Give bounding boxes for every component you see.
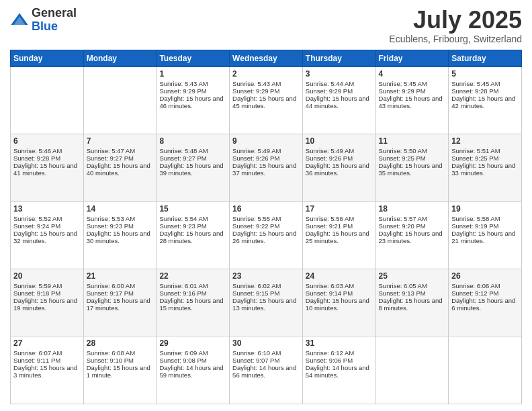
- daylight-text: Daylight: 15 hours and 41 minutes.: [13, 162, 81, 177]
- location: Ecublens, Fribourg, Switzerland: [389, 34, 522, 44]
- day-number: 18: [379, 204, 446, 214]
- sunset-text: Sunset: 9:26 PM: [306, 154, 373, 162]
- sunset-text: Sunset: 9:27 PM: [159, 154, 226, 162]
- logo-text: General Blue: [32, 7, 77, 34]
- calendar-cell: [11, 66, 84, 134]
- daylight-text: Daylight: 15 hours and 21 minutes.: [451, 230, 519, 244]
- sunset-text: Sunset: 9:13 PM: [379, 289, 446, 297]
- logo: General Blue: [10, 7, 77, 34]
- logo-blue: Blue: [32, 19, 58, 33]
- calendar-cell: 14Sunrise: 5:53 AMSunset: 9:23 PMDayligh…: [83, 201, 157, 269]
- sunset-text: Sunset: 9:14 PM: [306, 289, 373, 297]
- sunset-text: Sunset: 9:16 PM: [159, 289, 226, 297]
- sunrise-text: Sunrise: 5:50 AM: [379, 147, 446, 154]
- calendar-cell: 17Sunrise: 5:56 AMSunset: 9:21 PMDayligh…: [302, 201, 375, 269]
- sunset-text: Sunset: 9:07 PM: [232, 357, 300, 364]
- calendar-cell: 7Sunrise: 5:47 AMSunset: 9:27 PMDaylight…: [83, 134, 157, 201]
- calendar: Sunday Monday Tuesday Wednesday Thursday…: [10, 50, 522, 404]
- sunset-text: Sunset: 9:11 PM: [13, 357, 81, 364]
- day-number: 5: [451, 69, 519, 79]
- day-number: 23: [232, 271, 300, 281]
- calendar-cell: 15Sunrise: 5:54 AMSunset: 9:23 PMDayligh…: [157, 201, 230, 269]
- daylight-text: Daylight: 15 hours and 46 minutes.: [159, 95, 226, 109]
- sunset-text: Sunset: 9:29 PM: [232, 87, 300, 95]
- sunset-text: Sunset: 9:12 PM: [451, 289, 519, 297]
- day-number: 24: [306, 271, 373, 281]
- sunrise-text: Sunrise: 6:06 AM: [451, 282, 519, 289]
- sunset-text: Sunset: 9:28 PM: [451, 87, 519, 95]
- header: General Blue July 2025 Ecublens, Fribour…: [10, 7, 522, 44]
- sunset-text: Sunset: 9:21 PM: [306, 222, 373, 230]
- calendar-cell: 25Sunrise: 6:05 AMSunset: 9:13 PMDayligh…: [375, 269, 449, 336]
- day-number: 29: [159, 338, 226, 348]
- sunrise-text: Sunrise: 5:46 AM: [13, 147, 81, 154]
- header-thursday: Thursday: [302, 50, 375, 66]
- sunset-text: Sunset: 9:18 PM: [13, 289, 81, 297]
- sunrise-text: Sunrise: 5:49 AM: [306, 147, 373, 154]
- sunrise-text: Sunrise: 5:56 AM: [306, 215, 373, 222]
- calendar-cell: 22Sunrise: 6:01 AMSunset: 9:16 PMDayligh…: [157, 269, 230, 336]
- calendar-cell: [449, 336, 522, 404]
- day-number: 3: [306, 69, 373, 79]
- calendar-cell: 4Sunrise: 5:45 AMSunset: 9:29 PMDaylight…: [375, 66, 449, 134]
- calendar-cell: 6Sunrise: 5:46 AMSunset: 9:28 PMDaylight…: [11, 134, 84, 201]
- header-monday: Monday: [83, 50, 157, 66]
- sunrise-text: Sunrise: 6:10 AM: [232, 349, 300, 357]
- calendar-cell: 3Sunrise: 5:44 AMSunset: 9:29 PMDaylight…: [302, 66, 375, 134]
- day-number: 17: [306, 204, 373, 214]
- day-number: 2: [232, 69, 300, 79]
- calendar-cell: 10Sunrise: 5:49 AMSunset: 9:26 PMDayligh…: [302, 134, 375, 201]
- sunrise-text: Sunrise: 5:49 AM: [232, 147, 300, 154]
- daylight-text: Daylight: 15 hours and 43 minutes.: [379, 95, 446, 109]
- daylight-text: Daylight: 14 hours and 56 minutes.: [232, 364, 300, 379]
- daylight-text: Daylight: 15 hours and 26 minutes.: [232, 230, 300, 244]
- sunset-text: Sunset: 9:29 PM: [379, 87, 446, 95]
- daylight-text: Daylight: 15 hours and 17 minutes.: [87, 297, 154, 312]
- day-number: 8: [159, 136, 226, 146]
- sunrise-text: Sunrise: 5:43 AM: [232, 80, 300, 87]
- sunrise-text: Sunrise: 5:47 AM: [87, 147, 154, 154]
- sunset-text: Sunset: 9:26 PM: [232, 154, 300, 162]
- day-number: 26: [451, 271, 519, 281]
- calendar-week-2: 6Sunrise: 5:46 AMSunset: 9:28 PMDaylight…: [11, 134, 522, 201]
- calendar-cell: 30Sunrise: 6:10 AMSunset: 9:07 PMDayligh…: [230, 336, 303, 404]
- sunset-text: Sunset: 9:10 PM: [87, 357, 154, 364]
- daylight-text: Daylight: 15 hours and 19 minutes.: [13, 297, 81, 312]
- sunrise-text: Sunrise: 5:54 AM: [159, 215, 226, 222]
- page: General Blue July 2025 Ecublens, Fribour…: [0, 0, 532, 411]
- day-number: 4: [379, 69, 446, 79]
- calendar-cell: 11Sunrise: 5:50 AMSunset: 9:25 PMDayligh…: [375, 134, 449, 201]
- sunset-text: Sunset: 9:27 PM: [87, 154, 154, 162]
- sunset-text: Sunset: 9:25 PM: [451, 154, 519, 162]
- sunrise-text: Sunrise: 5:59 AM: [13, 282, 81, 289]
- calendar-week-3: 13Sunrise: 5:52 AMSunset: 9:24 PMDayligh…: [11, 201, 522, 269]
- day-number: 20: [13, 271, 81, 281]
- sunset-text: Sunset: 9:20 PM: [379, 222, 446, 230]
- sunrise-text: Sunrise: 5:44 AM: [306, 80, 373, 87]
- daylight-text: Daylight: 15 hours and 32 minutes.: [13, 230, 81, 244]
- day-number: 16: [232, 204, 300, 214]
- calendar-cell: 13Sunrise: 5:52 AMSunset: 9:24 PMDayligh…: [11, 201, 84, 269]
- sunrise-text: Sunrise: 6:08 AM: [87, 349, 154, 357]
- sunrise-text: Sunrise: 5:45 AM: [451, 80, 519, 87]
- day-number: 9: [232, 136, 300, 146]
- header-wednesday: Wednesday: [230, 50, 303, 66]
- sunrise-text: Sunrise: 5:45 AM: [379, 80, 446, 87]
- sunset-text: Sunset: 9:22 PM: [232, 222, 300, 230]
- day-number: 27: [13, 338, 81, 348]
- sunrise-text: Sunrise: 6:02 AM: [232, 282, 300, 289]
- sunset-text: Sunset: 9:29 PM: [306, 87, 373, 95]
- sunrise-text: Sunrise: 5:57 AM: [379, 215, 446, 222]
- sunrise-text: Sunrise: 5:48 AM: [159, 147, 226, 154]
- day-number: 21: [87, 271, 154, 281]
- day-number: 1: [159, 69, 226, 79]
- day-number: 13: [13, 204, 81, 214]
- header-tuesday: Tuesday: [157, 50, 230, 66]
- day-number: 7: [87, 136, 154, 146]
- title-block: July 2025 Ecublens, Fribourg, Switzerlan…: [389, 7, 522, 44]
- sunrise-text: Sunrise: 6:07 AM: [13, 349, 81, 357]
- logo-general: General: [32, 6, 77, 19]
- calendar-cell: 19Sunrise: 5:58 AMSunset: 9:19 PMDayligh…: [449, 201, 522, 269]
- header-sunday: Sunday: [11, 50, 84, 66]
- daylight-text: Daylight: 15 hours and 10 minutes.: [306, 297, 373, 312]
